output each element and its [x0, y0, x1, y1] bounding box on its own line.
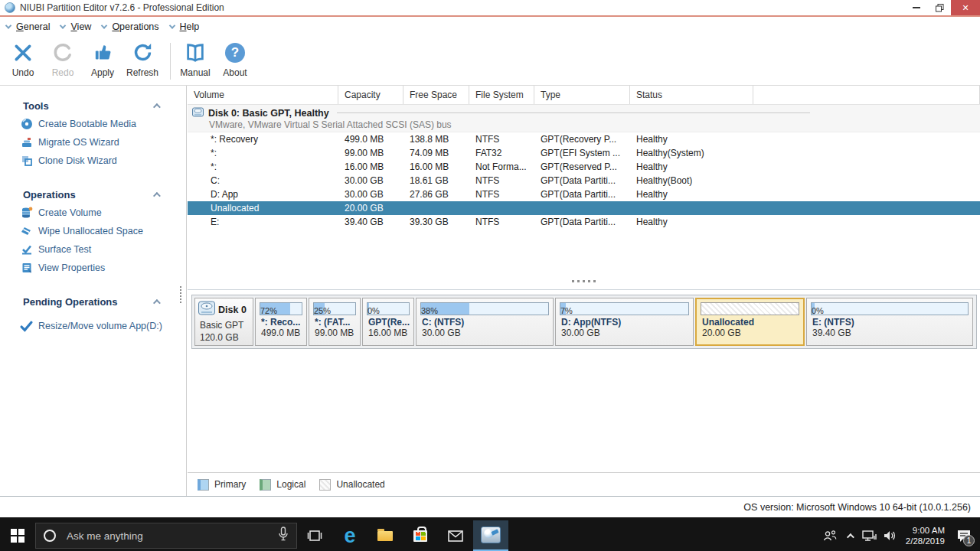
table-row[interactable]: C: 30.00 GB 18.61 GB NTFS GPT(Data Parti… — [188, 174, 980, 187]
menu-operations[interactable]: Operations — [102, 21, 158, 32]
disk-group-row[interactable]: Disk 0: Basic GPT, Healthy VMware, VMwar… — [188, 105, 980, 132]
menu-label: Operations — [112, 21, 158, 32]
about-label: About — [223, 67, 247, 78]
tray-expand-chevron-icon[interactable] — [840, 520, 860, 551]
section-operations[interactable]: Operations — [0, 185, 186, 204]
column-header-volume[interactable]: Volume — [188, 86, 338, 104]
section-tools[interactable]: Tools — [0, 96, 186, 115]
clock-date: 2/28/2019 — [906, 536, 945, 546]
column-header-status[interactable]: Status — [630, 86, 753, 104]
partition-block-e[interactable]: 0% E: (NTFS) 39.40 GB — [806, 298, 973, 346]
cell-capacity: 30.00 GB — [338, 175, 403, 186]
sidebar-item-clone-disk-wizard[interactable]: Clone Disk Wizard — [0, 152, 186, 170]
cell-capacity: 99.00 MB — [338, 148, 403, 158]
table-row[interactable]: *: 99.00 MB 74.09 MB FAT32 GPT(EFI Syste… — [188, 146, 980, 160]
section-title: Pending Operations — [23, 296, 153, 308]
window-controls: ✕ — [905, 0, 980, 15]
menu-view[interactable]: View — [60, 21, 91, 32]
cell-volume: D: App — [188, 189, 338, 200]
close-button[interactable]: ✕ — [951, 0, 980, 15]
niubi-taskbar-button[interactable] — [473, 520, 508, 551]
primary-swatch-icon — [198, 479, 209, 491]
partition-block-c[interactable]: 38% C: (NTFS) 30.00 GB — [416, 298, 554, 346]
partition-block-reserved[interactable]: 0% GPT(Re... 16.00 MB — [362, 298, 414, 346]
mail-icon[interactable] — [438, 520, 473, 551]
edge-icon[interactable]: e — [332, 520, 368, 551]
sidebar-item-surface-test[interactable]: Surface Test — [0, 240, 186, 259]
usage-bar: 72% — [260, 302, 302, 315]
sidebar-item-label: Create Bootable Media — [38, 119, 136, 129]
usage-bar: 0% — [811, 302, 969, 315]
undo-label: Undo — [12, 67, 34, 78]
cell-volume: *: — [188, 161, 338, 172]
sidebar-item-pending-resize-move[interactable]: Resize/Move volume App(D:) — [0, 317, 186, 335]
cell-fs: Not Forma... — [469, 161, 534, 172]
legend-primary: Primary — [198, 479, 246, 491]
action-center-button[interactable]: 1 — [952, 520, 975, 551]
disk-info-block[interactable]: Disk 0 Basic GPT 120.0 GB — [194, 298, 253, 346]
taskbar: Ask me anything e — [0, 517, 980, 551]
start-button[interactable] — [0, 520, 35, 551]
taskbar-search[interactable]: Ask me anything — [35, 523, 297, 549]
horizontal-splitter-handle[interactable] — [188, 280, 980, 282]
column-header-capacity[interactable]: Capacity — [338, 86, 403, 104]
sidebar-item-label: Clone Disk Wizard — [38, 155, 117, 166]
microphone-icon[interactable] — [278, 527, 289, 545]
column-header-type[interactable]: Type — [534, 86, 630, 104]
sidebar-item-migrate-os-wizard[interactable]: Migrate OS Wizard — [0, 133, 186, 152]
partition-block-d[interactable]: 7% D: App(NTFS) 30.00 GB — [555, 298, 694, 346]
store-icon[interactable] — [403, 520, 438, 551]
apply-button[interactable]: Apply — [84, 40, 121, 83]
about-button[interactable]: ? About — [217, 40, 253, 83]
cell-status: Healthy — [630, 161, 753, 172]
redo-button[interactable]: Redo — [44, 40, 81, 83]
minimize-button[interactable] — [905, 0, 928, 15]
file-explorer-icon[interactable] — [368, 520, 403, 551]
partition-block-efi[interactable]: 25% *: (FAT... 99.00 MB — [309, 298, 361, 346]
table-row[interactable]: *: Recovery 499.0 MB 138.8 MB NTFS GPT(R… — [188, 132, 980, 146]
disk-icon — [192, 106, 204, 120]
chevron-down-icon — [60, 22, 66, 28]
menu-help[interactable]: Help — [170, 21, 200, 32]
table-row[interactable]: D: App 30.00 GB 27.86 GB NTFS GPT(Data P… — [188, 187, 980, 201]
people-icon[interactable] — [820, 520, 840, 551]
disk-group-title: Disk 0: Basic GPT, Healthy — [208, 108, 329, 119]
sidebar-item-wipe-unallocated-space[interactable]: Wipe Unallocated Space — [0, 222, 186, 240]
tray-clock[interactable]: 9:00 AM 2/28/2019 — [906, 525, 945, 546]
task-view-button[interactable] — [297, 520, 332, 551]
screen: NIUBI Partition Editor v7.2.6 - Professi… — [0, 0, 980, 551]
partition-block-unallocated-selected[interactable]: Unallocated 20.00 GB — [695, 298, 805, 346]
partition-block-recovery[interactable]: 72% *: Reco... 499.0 MB — [255, 298, 307, 346]
cell-fs: NTFS — [469, 217, 534, 227]
section-pending-operations[interactable]: Pending Operations — [0, 292, 186, 311]
refresh-button[interactable]: Refresh — [124, 40, 161, 83]
disc-icon — [20, 118, 33, 131]
network-icon[interactable] — [860, 520, 880, 551]
usage-bar: 25% — [313, 302, 356, 315]
sidebar-item-view-properties[interactable]: View Properties — [0, 259, 186, 277]
table-row[interactable]: *: 16.00 MB 16.00 MB Not Forma... GPT(Re… — [188, 160, 980, 174]
chevron-up-icon — [153, 298, 161, 306]
sidebar-item-create-bootable-media[interactable]: Create Bootable Media — [0, 115, 186, 133]
volume-speaker-icon[interactable] — [880, 520, 900, 551]
column-header-file-system[interactable]: File System — [469, 86, 534, 104]
table-row[interactable]: E: 39.40 GB 39.30 GB NTFS GPT(Data Parti… — [188, 215, 980, 229]
menu-general[interactable]: General — [6, 21, 50, 32]
manual-button[interactable]: Manual — [177, 40, 214, 83]
cortana-icon — [44, 530, 56, 542]
sidebar: Tools Create Bootable Media Migrate OS W… — [0, 86, 187, 496]
restore-button[interactable] — [928, 0, 951, 15]
column-header-free-space[interactable]: Free Space — [403, 86, 469, 104]
clock-time: 9:00 AM — [906, 525, 945, 536]
legend-logical: Logical — [260, 479, 305, 491]
undo-button[interactable]: Undo — [5, 40, 41, 83]
table-row-selected[interactable]: Unallocated 20.00 GB — [188, 201, 980, 215]
search-placeholder: Ask me anything — [67, 530, 278, 542]
sidebar-item-create-volume[interactable]: Create Volume — [0, 204, 186, 222]
toolbar-separator — [170, 43, 171, 80]
menu-label: View — [70, 21, 91, 32]
cell-free: 27.86 GB — [403, 189, 469, 200]
sidebar-splitter-handle[interactable] — [180, 286, 181, 303]
titlebar: NIUBI Partition Editor v7.2.6 - Professi… — [0, 0, 980, 15]
sidebar-item-label: Resize/Move volume App(D:) — [38, 321, 162, 331]
